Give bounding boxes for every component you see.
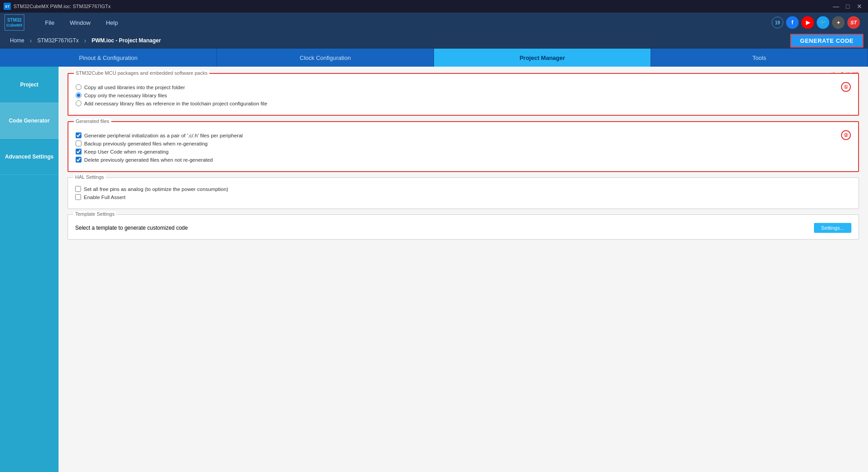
check-backup-input[interactable] xyxy=(76,141,81,146)
title-bar-left: ST STM32CubeMX PWM.ioc: STM32F767IGTx xyxy=(4,3,111,10)
check-delete-previous[interactable]: Delete previously generated files when n… xyxy=(76,157,837,163)
network-icon[interactable]: ✦ xyxy=(832,16,845,29)
radio-copy-all[interactable]: Copy all used libraries into the project… xyxy=(76,84,837,90)
radio-copy-necessary-label: Copy only the necessary library files xyxy=(84,93,167,98)
check-generate-peripheral-input[interactable] xyxy=(76,132,81,138)
check-backup-label: Backup previously generated files when r… xyxy=(84,141,208,146)
tab-clock[interactable]: Clock Configuration xyxy=(217,49,434,67)
check-keep-user-code[interactable]: Keep User Code when re-generating xyxy=(76,149,837,154)
settings-button[interactable]: Settings... xyxy=(814,223,851,233)
breadcrumb-home[interactable]: Home xyxy=(5,36,30,45)
radio-copy-all-label: Copy all used libraries into the project… xyxy=(84,85,185,90)
hal-settings-title: HAL Settings xyxy=(73,174,106,180)
tab-pinout[interactable]: Pinout & Configuration xyxy=(0,49,217,67)
radio-copy-necessary[interactable]: Copy only the necessary library files xyxy=(76,92,837,98)
maximize-button[interactable]: □ xyxy=(843,1,853,11)
social-icons: 19 f ▶ 🐦 ✦ ST xyxy=(772,16,860,29)
template-settings-title: Template Settings xyxy=(73,211,116,217)
window-controls: — □ ✕ xyxy=(831,1,864,11)
minimize-button[interactable]: — xyxy=(831,1,841,11)
tab-tools[interactable]: Tools xyxy=(651,49,868,67)
menu-file[interactable]: File xyxy=(38,17,62,29)
menu-items: File Window Help xyxy=(38,17,772,29)
mcu-packages-badge: ① xyxy=(841,82,851,92)
title-bar: ST STM32CubeMX PWM.ioc: STM32F767IGTx — … xyxy=(0,0,868,13)
template-settings-content: Select a template to generate customized… xyxy=(75,223,851,233)
mcu-packages-row: Copy all used libraries into the project… xyxy=(76,82,851,109)
sidebar-item-code-generator[interactable]: Code Generator xyxy=(0,103,59,139)
menu-bar: STM32 CubeMX File Window Help 19 f ▶ 🐦 ✦… xyxy=(0,13,868,32)
app-logo: STM32 CubeMX xyxy=(5,14,24,31)
check-full-assert-label: Enable Full Assert xyxy=(84,195,126,200)
main-layout: Project Code Generator Advanced Settings… xyxy=(0,67,868,472)
generated-files-section: Generated files Generate peripheral init… xyxy=(68,121,859,172)
mcu-packages-content: Copy all used libraries into the project… xyxy=(76,82,851,109)
check-generate-peripheral-label: Generate peripheral initialization as a … xyxy=(84,133,243,138)
menu-window[interactable]: Window xyxy=(63,17,98,29)
sidebar: Project Code Generator Advanced Settings xyxy=(0,67,59,472)
template-row: Select a template to generate customized… xyxy=(75,223,851,233)
tab-bar: Pinout & Configuration Clock Configurati… xyxy=(0,49,868,67)
radio-add-reference-label: Add necessary library files as reference… xyxy=(84,101,267,106)
sidebar-item-advanced-settings[interactable]: Advanced Settings xyxy=(0,139,59,175)
template-settings-section: Template Settings Select a template to g… xyxy=(68,214,859,240)
content-area: 生成代码 STM32Cube MCU packages and embedded… xyxy=(59,67,868,472)
radio-add-reference-input[interactable] xyxy=(76,100,81,106)
check-free-pins[interactable]: Set all free pins as analog (to optimize… xyxy=(75,186,851,192)
hal-settings-section: HAL Settings Set all free pins as analog… xyxy=(68,177,859,209)
check-delete-previous-input[interactable] xyxy=(76,157,81,163)
mcu-packages-section: STM32Cube MCU packages and embedded soft… xyxy=(68,73,859,116)
mcu-packages-options: Copy all used libraries into the project… xyxy=(76,82,837,109)
check-generate-peripheral[interactable]: Generate peripheral initialization as a … xyxy=(76,132,837,138)
tab-project-manager[interactable]: Project Manager xyxy=(434,49,651,67)
hal-settings-content: Set all free pins as analog (to optimize… xyxy=(75,186,851,200)
generated-files-title: Generated files xyxy=(74,118,111,124)
twitter-icon[interactable]: 🐦 xyxy=(817,16,829,29)
template-description: Select a template to generate customized… xyxy=(75,225,188,231)
logo-area: STM32 CubeMX xyxy=(5,14,24,31)
check-free-pins-input[interactable] xyxy=(75,186,81,192)
radio-add-reference[interactable]: Add necessary library files as reference… xyxy=(76,100,837,106)
close-button[interactable]: ✕ xyxy=(854,1,864,11)
breadcrumb-bar: Home › STM32F767IGTx › PWM.ioc - Project… xyxy=(0,32,868,49)
generate-code-button[interactable]: GENERATE CODE xyxy=(790,34,863,48)
sidebar-item-project[interactable]: Project xyxy=(0,67,59,103)
menu-help[interactable]: Help xyxy=(99,17,125,29)
check-free-pins-label: Set all free pins as analog (to optimize… xyxy=(84,186,228,192)
generated-files-options: Generate peripheral initialization as a … xyxy=(76,130,837,165)
mcu-packages-title: STM32Cube MCU packages and embedded soft… xyxy=(74,70,209,76)
st-logo-icon[interactable]: ST xyxy=(847,16,860,29)
check-keep-user-code-label: Keep User Code when re-generating xyxy=(84,149,168,154)
window-title: STM32CubeMX PWM.ioc: STM32F767IGTx xyxy=(14,4,111,9)
generated-files-row: Generate peripheral initialization as a … xyxy=(76,130,851,165)
notification-badge[interactable]: 19 xyxy=(772,17,783,28)
breadcrumb-current[interactable]: PWM.ioc - Project Manager xyxy=(86,36,166,45)
youtube-icon[interactable]: ▶ xyxy=(801,16,814,29)
breadcrumb-device[interactable]: STM32F767IGTx xyxy=(32,36,84,45)
facebook-icon[interactable]: f xyxy=(786,16,799,29)
check-full-assert-input[interactable] xyxy=(75,194,81,200)
generated-files-content: Generate peripheral initialization as a … xyxy=(76,130,851,165)
generated-files-badge: ② xyxy=(841,130,851,140)
check-delete-previous-label: Delete previously generated files when n… xyxy=(84,157,213,163)
radio-copy-necessary-input[interactable] xyxy=(76,92,81,98)
check-full-assert[interactable]: Enable Full Assert xyxy=(75,194,851,200)
check-keep-user-code-input[interactable] xyxy=(76,149,81,154)
app-icon: ST xyxy=(4,3,11,10)
check-backup[interactable]: Backup previously generated files when r… xyxy=(76,141,837,146)
radio-copy-all-input[interactable] xyxy=(76,84,81,90)
